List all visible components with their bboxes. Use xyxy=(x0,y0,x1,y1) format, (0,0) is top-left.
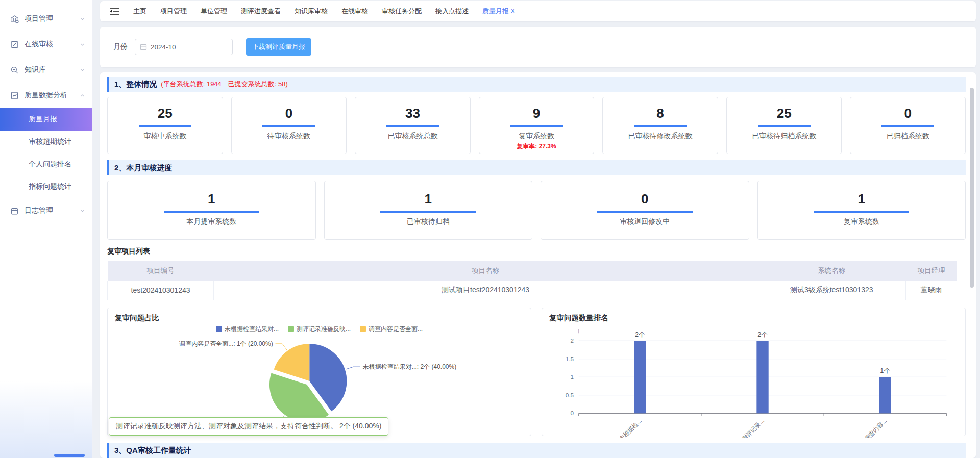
month-stats-row: 1 本月提审系统数 1 已审核待归档 0 审核退回修改中 1 复审系统数 xyxy=(107,181,966,240)
section-3-header: 3、QA审核工作量统计 xyxy=(107,443,966,458)
svg-text:2: 2 xyxy=(571,337,574,344)
stat-card-pending: 0 待审核系统数 xyxy=(231,97,347,154)
sidebar-subitem-indicator-stats[interactable]: 指标问题统计 xyxy=(0,175,92,198)
overview-stats-row: 25 审核中系统数 0 待审核系统数 33 已审核系统总数 9 复审系统数 复审… xyxy=(107,97,966,154)
stat-underline xyxy=(164,211,259,213)
stat-card-month-re-review: 1 复审系统数 xyxy=(757,181,966,240)
bar-chart-panel: 复审问题数量排名 00.511.52↑2个未根据检...2个测评记录...1个调… xyxy=(542,308,966,436)
tab-access-point[interactable]: 接入点描述 xyxy=(435,7,469,16)
legend-label: 未根据检查结果对... xyxy=(225,325,279,334)
cell-system-name: 测试3级系统test10301323 xyxy=(757,281,906,300)
menu-fold-icon[interactable] xyxy=(109,7,119,15)
review-table-title: 复审项目列表 xyxy=(107,247,966,256)
tab-quality-monthly-report[interactable]: 质量月报 X xyxy=(482,7,515,16)
stat-value: 1 xyxy=(108,191,315,207)
download-report-button[interactable]: 下载测评质量月报 xyxy=(246,38,311,56)
stat-label: 复审系统数 xyxy=(758,217,966,226)
section-1-note: (平台系统总数: 1944 已提交系统总数: 58) xyxy=(161,80,288,89)
stat-underline xyxy=(380,211,476,213)
sidebar-item-quality-analysis[interactable]: 质量数据分析 xyxy=(0,83,92,108)
legend-item[interactable]: 调查内容是否全面... xyxy=(360,325,423,334)
pie-chart-title: 复审问题占比 xyxy=(115,313,526,323)
svg-text:未根据检查结果对...: 2个 (40.00%): 未根据检查结果对...: 2个 (40.00%) xyxy=(363,363,457,370)
stat-value: 0 xyxy=(541,191,749,207)
section-2-header: 2、本月审核进度 xyxy=(107,160,966,175)
legend-swatch xyxy=(216,326,222,332)
review-table: 项目编号 项目名称 系统名称 项目经理 test202410301243 测试项… xyxy=(107,261,957,300)
tab-knowledge-review[interactable]: 知识库审核 xyxy=(295,7,328,16)
stat-card-to-archive: 25 已审核待归档系统数 xyxy=(726,97,842,154)
tab-bar: 主页 项目管理 单位管理 测评进度查看 知识库审核 在线审核 审核任务分配 接入… xyxy=(100,1,976,21)
month-picker[interactable] xyxy=(135,39,233,55)
stat-label: 已归档系统数 xyxy=(850,132,965,141)
stat-label: 复审系统数 xyxy=(479,132,594,141)
sidebar-subitem-label: 指标问题统计 xyxy=(29,182,71,191)
svg-text:2个: 2个 xyxy=(635,331,645,338)
svg-text:1个: 1个 xyxy=(880,367,890,374)
search-icon xyxy=(10,66,19,74)
cell-project-id: test202410301243 xyxy=(108,281,214,300)
stat-card-re-review: 9 复审系统数 复审率: 27.3% xyxy=(479,97,595,154)
stat-value: 9 xyxy=(479,106,594,121)
chevron-down-icon xyxy=(80,16,85,22)
stat-underline xyxy=(814,211,909,213)
stat-card-archived: 0 已归档系统数 xyxy=(850,97,966,154)
stat-label: 审核退回修改中 xyxy=(541,217,749,226)
stat-label: 已审核系统总数 xyxy=(355,132,470,141)
tab-project-management[interactable]: 项目管理 xyxy=(160,7,187,16)
section-1-title: 1、整体情况 xyxy=(114,80,157,89)
tab-online-review[interactable]: 在线审核 xyxy=(341,7,368,16)
vertical-scrollbar[interactable] xyxy=(970,88,974,288)
stat-card-to-modify: 8 已审核待修改系统数 xyxy=(602,97,718,154)
pie-legend: 未根据检查结果对... 测评记录准确反映... 调查内容是否全面... xyxy=(113,325,526,334)
sidebar: 项目管理 在线审核 知识库 质量数据分析 质量月报 审核超期统计 个人问题排名 xyxy=(0,0,93,458)
stat-underline xyxy=(139,125,191,127)
sidebar-item-project-management[interactable]: 项目管理 xyxy=(0,6,92,32)
month-input[interactable] xyxy=(151,43,217,51)
chevron-down-icon xyxy=(80,42,85,47)
sidebar-subitem-label: 审核超期统计 xyxy=(29,137,71,146)
stat-card-month-to-archive: 1 已审核待归档 xyxy=(324,181,533,240)
sidebar-item-log-management[interactable]: 日志管理 xyxy=(0,198,92,223)
col-project-name: 项目名称 xyxy=(214,261,757,281)
legend-item[interactable]: 测评记录准确反映... xyxy=(288,325,351,334)
pie-chart[interactable]: 未根据检查结果对...: 2个 (40.00%)测评记录准确反映...: 2个 … xyxy=(113,335,526,430)
stat-underline xyxy=(634,125,687,127)
stat-value: 8 xyxy=(603,106,718,121)
stat-label: 本月提审系统数 xyxy=(108,217,315,226)
svg-text:测评记录...: 测评记录... xyxy=(740,417,766,438)
stat-value: 25 xyxy=(727,106,842,121)
section-1-header: 1、整体情况 (平台系统总数: 1944 已提交系统总数: 58) xyxy=(107,77,966,92)
svg-text:1: 1 xyxy=(571,373,574,380)
sidebar-item-knowledge-base[interactable]: 知识库 xyxy=(0,57,92,83)
sidebar-scrollbar[interactable] xyxy=(54,454,85,457)
pie-chart-panel: 复审问题占比 未根据检查结果对... 测评记录准确反映... 调查内容是否全面.… xyxy=(107,308,531,436)
stat-underline xyxy=(510,125,562,127)
stat-label: 已审核待修改系统数 xyxy=(603,132,718,141)
sidebar-subitem-label: 质量月报 xyxy=(29,115,57,124)
stat-label: 已审核待归档系统数 xyxy=(727,132,842,141)
tab-task-assignment[interactable]: 审核任务分配 xyxy=(382,7,422,16)
stat-label: 已审核待归档 xyxy=(325,217,532,226)
svg-text:调查内容...: 调查内容... xyxy=(863,417,888,438)
stat-value: 1 xyxy=(758,191,966,207)
tab-progress-view[interactable]: 测评进度查看 xyxy=(241,7,281,16)
bar-chart[interactable]: 00.511.52↑2个未根据检...2个测评记录...1个调查内容... xyxy=(547,325,960,438)
table-row[interactable]: test202410301243 测试项目test202410301243 测试… xyxy=(108,281,957,300)
pie-tooltip: 测评记录准确反映测评方法、测评对象及测评结果，支持符合性判断。 2个 (40.0… xyxy=(109,417,388,436)
col-project-id: 项目编号 xyxy=(108,261,214,281)
legend-item[interactable]: 未根据检查结果对... xyxy=(216,325,279,334)
svg-text:调查内容是否全面...: 1个 (20.00%): 调查内容是否全面...: 1个 (20.00%) xyxy=(179,340,273,347)
tab-home[interactable]: 主页 xyxy=(133,7,146,16)
sidebar-item-online-review[interactable]: 在线审核 xyxy=(0,32,92,57)
stat-underline xyxy=(262,125,315,127)
sidebar-subitem-overdue-stats[interactable]: 审核超期统计 xyxy=(0,131,92,153)
stat-value: 0 xyxy=(232,106,347,121)
sidebar-subitem-personal-ranking[interactable]: 个人问题排名 xyxy=(0,153,92,175)
stat-value: 33 xyxy=(355,106,470,121)
calendar-icon xyxy=(140,43,147,50)
stat-card-month-returned: 0 审核退回修改中 xyxy=(541,181,749,240)
chevron-down-icon xyxy=(80,67,85,73)
tab-unit-management[interactable]: 单位管理 xyxy=(201,7,227,16)
sidebar-subitem-monthly-report[interactable]: 质量月报 xyxy=(0,108,92,131)
